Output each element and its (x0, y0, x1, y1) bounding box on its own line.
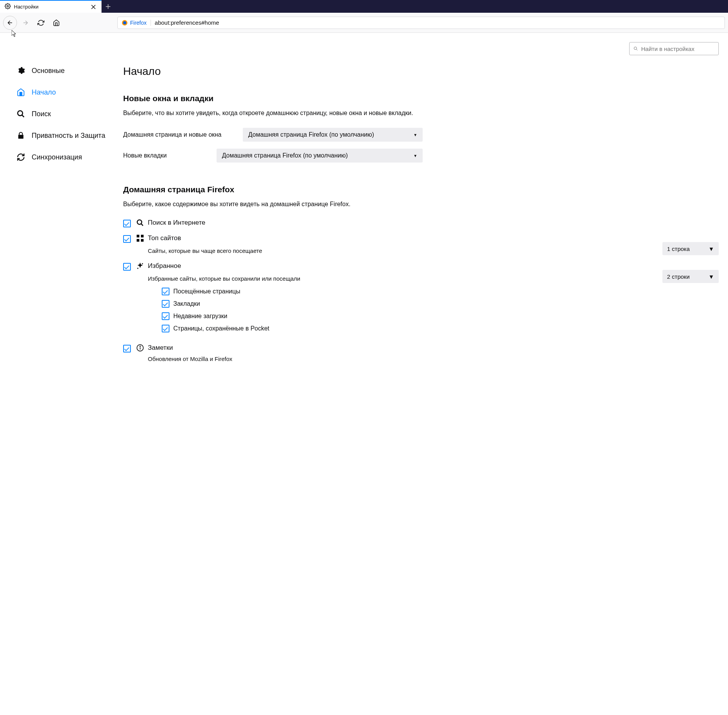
sidebar-label: Основные (32, 67, 64, 75)
sidebar-item-search[interactable]: Поиск (16, 103, 114, 125)
sidebar-item-sync[interactable]: Синхронизация (16, 146, 114, 168)
svg-rect-3 (20, 92, 22, 96)
bookmarks-label: Закладки (173, 300, 200, 307)
sidebar-label: Начало (32, 88, 56, 97)
sidebar-item-privacy[interactable]: Приватность и Защита (16, 125, 114, 146)
svg-rect-11 (141, 239, 144, 242)
firefox-icon (122, 20, 128, 26)
gear-icon (16, 66, 25, 75)
topsites-rows-select[interactable]: 1 строка ▼ (662, 242, 719, 255)
tab-bar: Настройки (0, 0, 728, 13)
search-icon (633, 46, 638, 51)
close-icon[interactable] (90, 3, 97, 10)
back-button[interactable] (3, 16, 17, 30)
svg-point-12 (142, 263, 143, 264)
svg-point-4 (18, 111, 23, 116)
search-icon (16, 109, 25, 119)
select-value: Домашняя страница Firefox (по умолчанию) (222, 152, 348, 159)
topsites-label: Топ сайтов (148, 234, 181, 242)
visited-checkbox[interactable] (162, 288, 169, 295)
gear-icon (5, 3, 11, 10)
homepage-select[interactable]: Домашняя страница Firefox (по умолчанию)… (243, 128, 423, 142)
settings-search[interactable] (629, 42, 719, 55)
tab-title: Настройки (14, 4, 87, 10)
select-value: Домашняя страница Firefox (по умолчанию) (248, 131, 374, 138)
snippets-label: Заметки (148, 344, 173, 352)
newtab-select[interactable]: Домашняя страница Firefox (по умолчанию)… (217, 149, 423, 163)
sidebar-item-home[interactable]: Начало (16, 81, 114, 103)
svg-rect-5 (18, 135, 23, 139)
svg-point-0 (7, 5, 8, 7)
browser-tab[interactable]: Настройки (0, 0, 102, 13)
sidebar-item-general[interactable]: Основные (16, 60, 114, 81)
settings-search-input[interactable] (641, 46, 714, 52)
svg-rect-8 (137, 235, 139, 237)
sidebar-label: Синхронизация (32, 153, 82, 161)
highlights-desc: Избранные сайты, которые вы сохранили ил… (148, 275, 300, 282)
svg-point-6 (634, 47, 637, 50)
homepage-label: Домашняя страница и новые окна (123, 131, 243, 138)
svg-rect-10 (137, 239, 139, 242)
visited-label: Посещённые страницы (173, 288, 240, 295)
main-content: Начало Новые окна и вкладки Выберите, чт… (114, 33, 728, 400)
highlights-rows-select[interactable]: 2 строки ▼ (662, 270, 719, 283)
svg-point-2 (123, 21, 126, 24)
section-heading: Новые окна и вкладки (123, 94, 719, 103)
sidebar-label: Приватность и Защита (32, 132, 105, 140)
sidebar-label: Поиск (32, 110, 51, 118)
pocket-checkbox[interactable] (162, 325, 169, 332)
section-desc: Выберите, что вы хотите увидеть, когда о… (123, 108, 719, 118)
downloads-checkbox[interactable] (162, 312, 169, 320)
snippets-desc: Обновления от Mozilla и Firefox (148, 356, 719, 362)
new-tab-button[interactable] (102, 0, 114, 13)
url-text: about:preferences#home (155, 19, 219, 26)
websearch-label: Поиск в Интернете (148, 219, 205, 227)
snippets-checkbox[interactable] (123, 345, 131, 352)
svg-point-7 (137, 220, 142, 225)
lock-icon (16, 131, 25, 140)
url-identity: Firefox (122, 20, 151, 26)
highlights-checkbox[interactable] (123, 263, 131, 271)
chevron-down-icon: ▼ (708, 246, 714, 252)
url-bar[interactable]: Firefox about:preferences#home (117, 17, 725, 29)
home-icon (16, 88, 25, 97)
search-icon (136, 219, 144, 227)
section-heading: Домашняя страница Firefox (123, 185, 719, 194)
chevron-down-icon: ▼ (413, 133, 417, 137)
toolbar: Firefox about:preferences#home (0, 13, 728, 33)
websearch-checkbox[interactable] (123, 220, 131, 227)
home-button[interactable] (49, 16, 63, 30)
forward-button[interactable] (19, 16, 32, 30)
info-icon (136, 344, 144, 352)
topsites-checkbox[interactable] (123, 235, 131, 243)
chevron-down-icon: ▼ (708, 273, 714, 280)
newtab-label: Новые вкладки (123, 152, 217, 159)
select-value: 2 строки (667, 273, 690, 280)
svg-point-13 (137, 268, 139, 269)
chevron-down-icon: ▼ (413, 154, 417, 158)
identity-label: Firefox (130, 20, 147, 26)
downloads-label: Недавние загрузки (173, 313, 227, 320)
svg-rect-9 (141, 235, 144, 237)
sparkle-icon (136, 262, 144, 270)
sidebar: Основные Начало Поиск Приватность и Защи… (0, 33, 114, 400)
svg-point-16 (140, 346, 141, 347)
topsites-desc: Сайты, которые вы чаще всего посещаете (148, 247, 262, 254)
bookmarks-checkbox[interactable] (162, 300, 169, 308)
section-desc: Выберите, какое содержимое вы хотите вид… (123, 200, 719, 209)
page-title: Начало (123, 65, 719, 78)
select-value: 1 строка (667, 246, 690, 252)
sync-icon (16, 152, 25, 162)
pocket-label: Страницы, сохранённые в Pocket (173, 325, 269, 332)
reload-button[interactable] (34, 16, 48, 30)
grid-icon (136, 234, 144, 242)
highlights-label: Избранное (148, 262, 181, 270)
